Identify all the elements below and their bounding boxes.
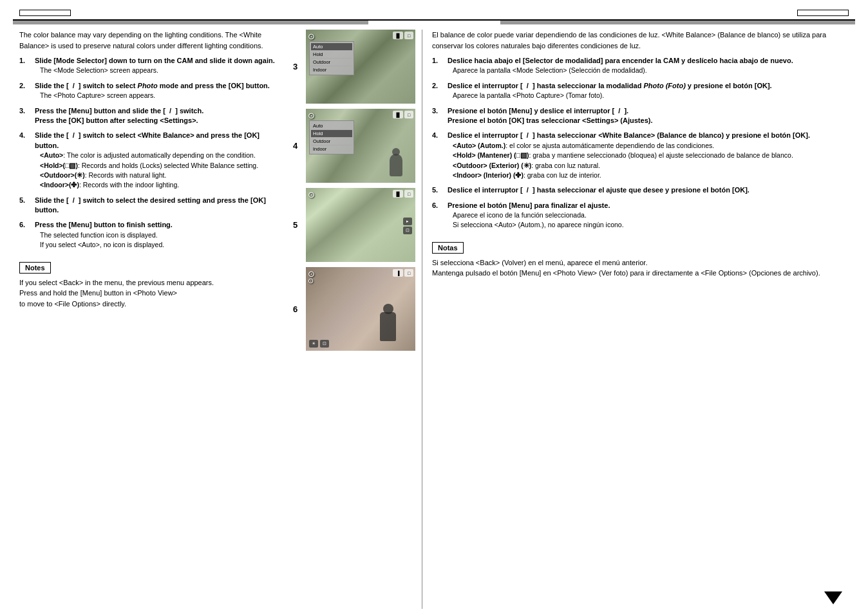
battery-icon-3: ▐▌ <box>393 32 403 39</box>
menu-item-hold-3: Hold <box>311 50 352 58</box>
menu-item-outdoor-3: Outdoor <box>311 58 352 66</box>
right-step-4-title: Deslice el interruptor [ / ] hasta selec… <box>448 131 810 139</box>
bottom-icon-1: ☀ <box>309 340 318 348</box>
right-step-num-2: 2. <box>432 81 445 101</box>
step-4-sub-3: <Outdoor>(✳): Records with natural light… <box>40 171 166 179</box>
right-step-num-4: 4. <box>432 131 445 180</box>
right-step-1-sub: Aparece la pantalla <Mode Selection> (Se… <box>453 66 647 74</box>
cam-image-3: ⊙ ▐▌ □ Auto Hold Outdoor Indoor <box>306 30 415 104</box>
menu-item-indoor-3: Indoor <box>311 66 352 73</box>
step-5-title: Slide the [ / ] switch to select the des… <box>35 196 266 214</box>
battery-icon-4: ▐▌ <box>393 111 403 118</box>
right-step-4-sub-2: <Hold> (Mantener) (□▧): graba y mantiene… <box>453 151 793 159</box>
left-step-3: 3. Press the [Menu] button and slide the… <box>19 106 283 126</box>
left-step-2: 2. Slide the [ / ] switch to select Phot… <box>19 81 283 101</box>
cam-image-5: ⊙ ▐▌ □ ▸ ⊡ <box>306 188 415 262</box>
right-step-5: 5. Deslice el interruptor [ / ] hasta se… <box>432 185 845 195</box>
step-1-sub: The <Mode Selection> screen appears. <box>40 66 158 74</box>
image-row-6: 6 ⊙ ⊙ ▐ □ ☀ ⊡ <box>293 267 419 351</box>
right-step-2-sub: Aparece la pantalla <Photo Capture> (Tom… <box>453 91 604 99</box>
camera-icon-6b: ⊙ <box>308 277 314 285</box>
left-step-4: 4. Slide the [ / ] switch to select <Whi… <box>19 131 283 190</box>
step-num-4: 4. <box>19 131 32 190</box>
step-num-3: 3. <box>19 106 32 126</box>
nota-2: Mantenga pulsado el botón [Menu] en <Pho… <box>432 268 845 279</box>
person-head-4 <box>392 148 400 156</box>
note-2: Press and hold the [Menu] button in <Pho… <box>19 288 283 309</box>
memory-icon-3: □ <box>404 32 413 39</box>
notas-label: Notas <box>432 242 464 254</box>
top-icons-4: ▐▌ □ <box>393 111 413 118</box>
img-bg-5 <box>306 188 415 262</box>
right-step-num-6: 6. <box>432 201 445 230</box>
menu-item-auto-4: Auto <box>311 122 352 129</box>
bottom-icon-2: ⊡ <box>320 340 329 348</box>
right-step-num-1: 1. <box>432 56 445 76</box>
image-row-3: 3 ⊙ ▐▌ □ Auto Hold Outdoor <box>293 30 419 104</box>
battery-icon-6: ▐ <box>393 269 403 277</box>
right-page-box <box>797 10 849 16</box>
right-step-3-title: Presione el botón [Menu] y deslice el in… <box>448 107 652 124</box>
note-1: If you select <Back> in the menu, the pr… <box>19 277 283 288</box>
person-4 <box>390 154 402 176</box>
right-step-4: 4. Deslice el interruptor [ / ] hasta se… <box>432 131 845 180</box>
arrow-shape <box>824 591 842 604</box>
right-step-4-sub-1: <Auto> (Autom.): el color se ajusta auto… <box>453 142 714 149</box>
side-icon-1: ▸ <box>403 218 412 225</box>
person-head-6 <box>383 304 393 314</box>
right-column: El balance de color puede variar dependi… <box>422 24 855 614</box>
step-6-sub-1: The selected function icon is displayed. <box>40 231 158 239</box>
cam-image-6: ⊙ ⊙ ▐ □ ☀ ⊡ <box>306 267 415 351</box>
menu-overlay-3: Auto Hold Outdoor Indoor <box>309 41 354 75</box>
right-step-3: 3. Presione el botón [Menu] y deslice el… <box>432 106 845 126</box>
cam-image-4: ⊙ ▐▌ □ Auto Hold Outdoor Indoor <box>306 109 415 183</box>
step-4-sub-2: <Hold>(□▧): Records and holds (Locks) se… <box>40 162 258 169</box>
person-6 <box>380 312 396 341</box>
img-label-3: 3 <box>293 62 303 71</box>
left-page-box <box>19 10 71 16</box>
notes-label: Notes <box>19 262 51 274</box>
step-6-sub-2: If you select <Auto>, no icon is display… <box>40 241 164 248</box>
step-2-title: Slide the [ / ] switch to select Photo m… <box>35 82 270 89</box>
camera-icon-5: ⊙ <box>308 190 315 200</box>
step-6-title: Press the [Menu] button to finish settin… <box>35 221 173 228</box>
memory-icon-5: □ <box>404 190 413 198</box>
step-4-title: Slide the [ / ] switch to select <White … <box>35 131 259 149</box>
step-3-title: Press the [Menu] button and slide the [ … <box>35 107 203 124</box>
right-step-6-sub-1: Aparece el icono de la función seleccion… <box>453 211 587 219</box>
bottom-icons-6: ☀ ⊡ <box>309 340 329 348</box>
top-header <box>0 0 868 19</box>
nota-1: Si selecciona <Back> (Volver) en el menú… <box>432 257 845 268</box>
img-label-6: 6 <box>293 304 303 314</box>
side-icons-5: ▸ ⊡ <box>403 218 412 234</box>
right-step-2: 2. Deslice el interruptor [ / ] hasta se… <box>432 81 845 101</box>
menu-item-hold-4: Hold <box>311 129 352 137</box>
image-row-5: 5 ⊙ ▐▌ □ ▸ ⊡ <box>293 188 419 262</box>
menu-item-outdoor-4: Outdoor <box>311 137 352 145</box>
left-steps: 1. Slide [Mode Selector] down to turn on… <box>19 56 283 250</box>
step-4-sub-4: <Indoor>(✤): Records with the indoor lig… <box>40 181 179 189</box>
right-steps: 1. Deslice hacia abajo el [Selector de m… <box>432 56 845 230</box>
step-num-6: 6. <box>19 220 32 250</box>
memory-icon-4: □ <box>404 111 413 118</box>
menu-item-indoor-4: Indoor <box>311 145 352 153</box>
img-label-5: 5 <box>293 220 303 230</box>
step-num-1: 1. <box>19 56 32 76</box>
right-step-6-title: Presione el botón [Menu] para finalizar … <box>448 201 610 209</box>
left-step-6: 6. Press the [Menu] button to finish set… <box>19 220 283 250</box>
battery-icon-5: ▐▌ <box>393 190 403 198</box>
bottom-arrow <box>824 591 842 604</box>
step-2-sub: The <Photo Capture> screen appears. <box>40 91 155 99</box>
right-step-6-sub-2: Si selecciona <Auto> (Autom.), no aparec… <box>453 221 624 228</box>
right-intro: El balance de color puede variar dependi… <box>432 30 845 51</box>
left-column: The color balance may vary depending on … <box>13 24 290 614</box>
menu-item-auto-3: Auto <box>311 43 352 50</box>
menu-overlay-4: Auto Hold Outdoor Indoor <box>309 120 354 154</box>
image-row-4: 4 ⊙ ▐▌ □ Auto Hold Outdoor <box>293 109 419 183</box>
left-intro: The color balance may vary depending on … <box>19 30 283 51</box>
top-icons-6: ▐ □ <box>393 269 413 277</box>
top-icons-5: ▐▌ □ <box>393 190 413 198</box>
right-step-4-sub-4: <Indoor> (Interior) (✤): graba con luz d… <box>453 171 601 179</box>
right-step-num-3: 3. <box>432 106 445 126</box>
camera-icon-4: ⊙ <box>308 111 315 120</box>
